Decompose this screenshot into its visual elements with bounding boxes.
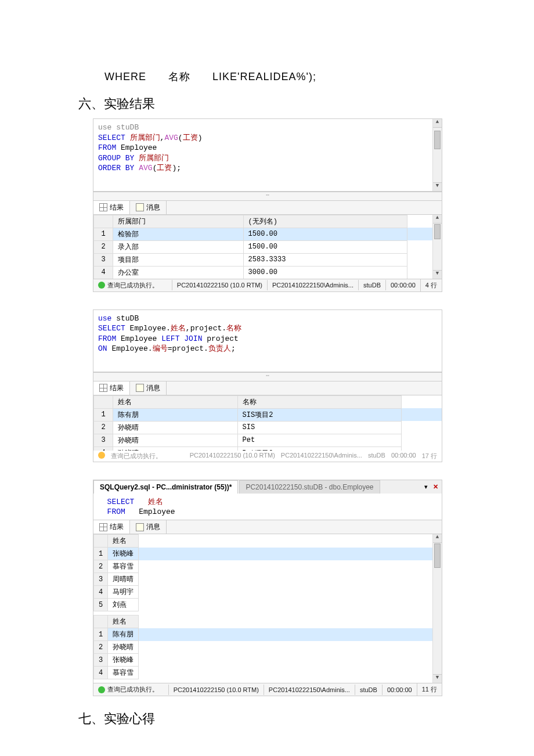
cell[interactable]: 陈有朋 [108,628,139,641]
table-row[interactable]: 1陈有朋 [94,628,442,641]
sql-text: project [207,334,239,343]
window-tab[interactable]: PC201410222150.stuDB - dbo.Employee [239,480,380,494]
table-row[interactable]: 2孙晓晴SIS [94,421,442,434]
cell[interactable]: 2583.3333 [243,253,407,266]
tab-messages[interactable]: 消息 [130,520,167,534]
table-row[interactable]: 1张晓峰 [94,548,442,560]
sql-text: . [204,344,208,353]
table-row[interactable]: 3项目部2583.3333 [94,253,442,266]
col-header[interactable]: 姓名 [108,615,139,628]
col-header[interactable]: 姓名 [108,535,139,548]
window-tab-active[interactable]: SQLQuery2.sql - PC...dministrator (55))* [93,480,238,494]
cell[interactable]: 慕容雪 [108,667,139,679]
sql-editor-2[interactable]: use stuDB SELECT Employee.姓名,project.名称 … [93,310,442,372]
cell[interactable]: 检验部 [113,228,244,240]
col-header[interactable]: 姓名 [113,395,238,408]
row-number: 1 [94,408,113,421]
sql-col: 名称 [226,324,241,333]
col-header[interactable]: 名称 [237,395,402,408]
cell[interactable]: Pet项目2 [237,447,402,451]
section-6-title: 六、实验结果 [78,95,499,113]
scroll-down-icon[interactable]: ▼ [433,674,442,683]
message-icon [136,523,144,531]
table-row[interactable]: 3周晴晴 [94,573,442,586]
cell[interactable]: 孙晓晴 [108,641,139,654]
sql-editor-3[interactable]: SELECT 姓名 FROM Employee [93,494,442,520]
row-number: 4 [94,586,108,599]
cell[interactable]: 1500.00 [243,228,407,240]
cell[interactable]: 周晴晴 [108,573,139,586]
scrollbar-vertical[interactable]: ▲ ▼ [432,534,442,683]
scrollbar-vertical[interactable]: ▲ ▼ [432,119,442,191]
cell[interactable]: 张晓峰 [108,654,139,667]
sql-col: 所属部门 [139,154,169,163]
cell[interactable]: 陈有朋 [113,408,238,421]
scroll-up-icon[interactable]: ▲ [433,119,442,128]
splitter[interactable]: ⋯ [93,372,442,381]
table-row[interactable]: 5刘燕 [94,599,442,611]
cell[interactable]: 孙晓晴 [113,447,238,451]
table-row[interactable]: 4孙晓晴Pet项目2 [94,447,442,451]
scroll-thumb[interactable] [434,224,441,239]
scroll-thumb[interactable] [434,543,441,568]
row-number: 2 [94,421,113,434]
tab-results[interactable]: 结果 [93,381,130,395]
tab-results[interactable]: 结果 [93,201,130,214]
status-time: 00:00:00 [385,280,420,290]
table-row[interactable]: 1陈有朋SIS项目2 [94,408,442,421]
scroll-thumb[interactable] [434,131,441,149]
splitter[interactable]: ⋯ [93,192,442,201]
sql-col: 姓名 [148,498,163,506]
scrollbar-vertical[interactable]: ▲ ▼ [432,215,442,279]
cell[interactable]: SIS项目2 [237,408,402,421]
sql-text: Employee [130,324,166,333]
sql-text: Employee [111,344,147,353]
table-row[interactable]: 4办公室3000.00 [94,266,442,279]
status-rows: 4 行 [420,279,442,291]
sql-kw: SELECT [98,134,130,142]
tab-results[interactable]: 结果 [93,520,130,534]
cell[interactable]: 录入部 [113,240,244,253]
row-number: 4 [94,667,108,679]
table-row[interactable]: 4慕容雪 [94,667,442,679]
ssms-panel-1: ▲ ▼ use stuDB SELECT 所属部门,AVG(工资) FROM E… [93,118,442,292]
row-number: 3 [94,573,108,586]
window-dropdown-icon[interactable]: ▾ [422,483,430,491]
status-bar-3: 查询已成功执行。 PC201410222150 (10.0 RTM) PC201… [93,683,442,696]
cell[interactable]: Pet [237,434,402,447]
cell[interactable]: 孙晓晴 [113,421,238,434]
cell[interactable]: 马明宇 [108,586,139,599]
table-row[interactable]: 1检验部1500.00 [94,228,442,240]
table-row[interactable]: 3张晓峰 [94,654,442,667]
tab-messages[interactable]: 消息 [130,381,167,395]
cell[interactable]: 孙晓晴 [113,434,238,447]
col-header[interactable]: (无列名) [243,215,407,228]
scroll-down-icon[interactable]: ▼ [433,270,442,279]
cell[interactable]: 1500.00 [243,240,407,253]
grid-corner [94,215,113,228]
cell[interactable]: 办公室 [113,266,244,279]
cell[interactable]: 3000.00 [243,266,407,279]
scroll-up-icon[interactable]: ▲ [433,215,442,224]
cell[interactable]: 项目部 [113,253,244,266]
result-grid-1: ▲ ▼ 所属部门 (无列名) 1检验部1500.00 2录入部1500.00 3… [93,215,442,279]
status-login: PC201410222150\Adminis... [281,452,362,460]
status-text: 查询已成功执行。 [111,452,162,460]
table-row[interactable]: 4马明宇 [94,586,442,599]
tab-messages[interactable]: 消息 [130,201,167,214]
sql-col: 所属部门 [130,134,160,142]
grid-icon [99,523,107,531]
close-icon[interactable]: ✕ [431,483,439,491]
table-row[interactable]: 2慕容雪 [94,560,442,573]
col-header[interactable]: 所属部门 [113,215,244,228]
sql-editor-1[interactable]: ▲ ▼ use stuDB SELECT 所属部门,AVG(工资) FROM E… [93,119,442,192]
cell[interactable]: 刘燕 [108,599,139,611]
cell[interactable]: 张晓峰 [108,548,139,560]
table-row[interactable]: 2孙晓晴 [94,641,442,654]
scroll-up-icon[interactable]: ▲ [433,534,442,543]
cell[interactable]: 慕容雪 [108,560,139,573]
table-row[interactable]: 2录入部1500.00 [94,240,442,253]
row-number: 1 [94,548,108,560]
scroll-down-icon[interactable]: ▼ [433,182,442,191]
cell[interactable]: SIS [237,421,402,434]
